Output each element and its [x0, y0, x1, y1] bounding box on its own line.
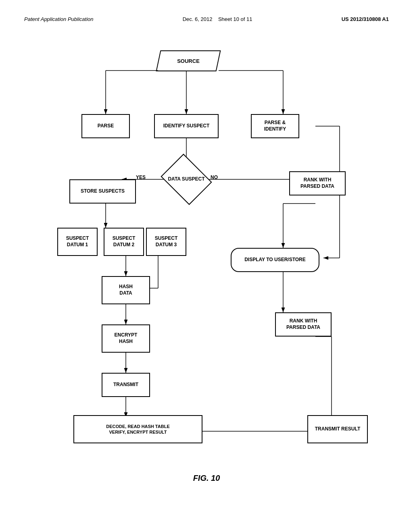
parse-identify-node: PARSE & IDENTIFY: [251, 114, 299, 138]
figure-caption: FIG. 10: [24, 474, 389, 483]
rank-parsed-bottom-node: RANK WITH PARSED DATA: [275, 312, 332, 337]
page: Patent Application Publication Dec. 6, 2…: [0, 0, 413, 532]
yes-label: YES: [136, 175, 146, 180]
header-publication: Patent Application Publication: [24, 16, 94, 22]
identify-suspect-node: IDENTIFY SUSPECT: [154, 114, 219, 138]
source-label: SOURCE: [177, 58, 200, 64]
source-node: SOURCE: [158, 50, 219, 71]
suspect-datum2-node: SUSPECT DATUM 2: [104, 228, 144, 256]
hash-data-node: HASH DATA: [102, 276, 150, 304]
rank-parsed-top-node: RANK WITH PARSED DATA: [289, 171, 346, 195]
no-label: NO: [211, 175, 218, 180]
suspect-datum3-node: SUSPECT DATUM 3: [146, 228, 186, 256]
page-header: Patent Application Publication Dec. 6, 2…: [24, 16, 389, 22]
header-date: Dec. 6, 2012 Sheet 10 of 11: [183, 16, 252, 22]
store-suspects-node: STORE SUSPECTS: [69, 179, 136, 204]
flowchart-diagram: SOURCE PARSE IDENTIFY SUSPECT PARSE & ID…: [33, 30, 380, 466]
parse-node: PARSE: [81, 114, 130, 138]
data-suspect-node: DATA SUSPECT: [166, 163, 206, 195]
encrypt-hash-node: ENCRYPT HASH: [102, 324, 150, 353]
transmit-node: TRANSMIT: [102, 373, 150, 397]
header-patent: US 2012/310808 A1: [342, 16, 389, 22]
display-user-store-node: DISPLAY TO USER/STORE: [231, 248, 319, 272]
suspect-datum1-node: SUSPECT DATUM 1: [57, 228, 98, 256]
transmit-result-node: TRANSMIT RESULT: [307, 415, 368, 443]
decode-read-node: DECODE, READ HASH TABLE VERIFY, ENCRYPT …: [73, 415, 202, 443]
